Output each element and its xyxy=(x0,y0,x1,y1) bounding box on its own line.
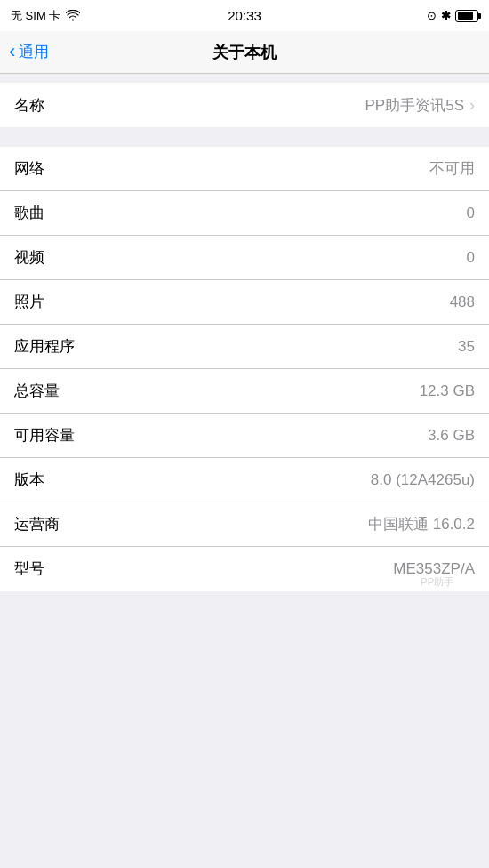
bluetooth-icon: ✱ xyxy=(441,9,451,22)
label-songs: 歌曲 xyxy=(14,203,44,223)
value-total-capacity: 12.3 GB xyxy=(420,382,475,400)
section-name: 名称 PP助手资讯5S › xyxy=(0,83,489,127)
cell-available-capacity: 可用容量 3.6 GB xyxy=(0,414,489,458)
label-name: 名称 xyxy=(14,95,44,116)
value-photos: 488 xyxy=(450,293,475,311)
cell-name[interactable]: 名称 PP助手资讯5S › xyxy=(0,83,489,127)
battery-icon xyxy=(455,10,478,22)
value-version: 8.0 (12A4265u) xyxy=(371,471,475,489)
cell-carrier: 运营商 中国联通 16.0.2 xyxy=(0,502,489,547)
label-videos: 视频 xyxy=(14,247,44,268)
page-title: 关于本机 xyxy=(212,42,277,63)
cell-songs: 歌曲 0 xyxy=(0,191,489,236)
value-network: 不可用 xyxy=(429,158,475,179)
cell-photos: 照片 488 xyxy=(0,280,489,325)
cell-total-capacity: 总容量 12.3 GB xyxy=(0,369,489,414)
label-photos: 照片 xyxy=(14,292,44,312)
cell-apps: 应用程序 35 xyxy=(0,325,489,369)
nav-bar: ‹ 通用 关于本机 xyxy=(0,31,489,74)
value-songs: 0 xyxy=(467,205,475,222)
no-sim-label: 无 SIM 卡 xyxy=(11,8,60,24)
chevron-icon: › xyxy=(469,96,475,115)
label-model: 型号 xyxy=(14,559,44,579)
back-label: 通用 xyxy=(19,42,49,62)
label-version: 版本 xyxy=(14,470,44,490)
cell-videos: 视频 0 xyxy=(0,236,489,280)
status-bar: 无 SIM 卡 20:33 ⊙ ✱ xyxy=(0,0,489,31)
status-right: ⊙ ✱ xyxy=(427,9,478,22)
status-left: 无 SIM 卡 xyxy=(11,8,80,24)
label-carrier: 运营商 xyxy=(14,514,60,534)
name-value-text: PP助手资讯5S xyxy=(365,95,464,116)
section-info: 网络 不可用 歌曲 0 视频 0 照片 488 应用程序 35 总容量 12.3… xyxy=(0,147,489,591)
wifi-icon xyxy=(66,10,80,21)
watermark: PP助手 xyxy=(421,575,453,589)
back-chevron-icon: ‹ xyxy=(9,42,15,61)
cell-model: 型号 ME353ZP/A PP助手 xyxy=(0,547,489,591)
back-button[interactable]: ‹ 通用 xyxy=(9,42,49,62)
cell-version: 版本 8.0 (12A4265u) xyxy=(0,458,489,502)
value-apps: 35 xyxy=(458,338,475,356)
value-name: PP助手资讯5S › xyxy=(365,95,475,116)
label-total-capacity: 总容量 xyxy=(14,381,60,401)
label-available-capacity: 可用容量 xyxy=(14,425,75,446)
section-gap-1 xyxy=(0,127,489,147)
value-carrier: 中国联通 16.0.2 xyxy=(368,514,475,534)
value-videos: 0 xyxy=(467,249,475,267)
cell-network: 网络 不可用 xyxy=(0,147,489,191)
label-apps: 应用程序 xyxy=(14,336,75,357)
lock-icon: ⊙ xyxy=(427,9,437,22)
label-network: 网络 xyxy=(14,158,44,179)
status-time: 20:33 xyxy=(228,8,261,23)
value-available-capacity: 3.6 GB xyxy=(428,427,475,445)
